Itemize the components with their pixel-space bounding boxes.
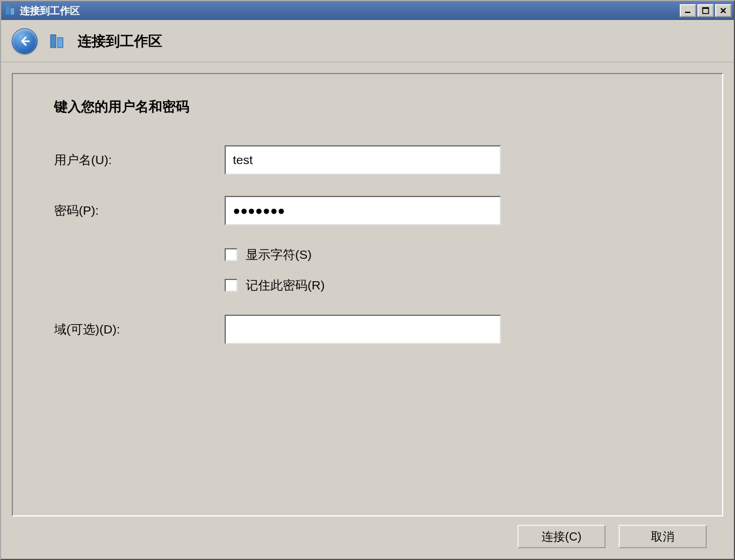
remember-checkbox[interactable] [225,279,238,292]
password-row: 密码(P): [54,196,681,225]
content-area: 键入您的用户名和密码 用户名(U): 密码(P): 显示字符(S) 记住此密码(… [1,62,734,559]
dialog-window: 连接到工作区 连接到工作区 键入您的用户名和密码 用户名(U): [0,0,735,560]
minimize-button[interactable] [680,4,696,17]
instruction-text: 键入您的用户名和密码 [54,98,681,116]
form-panel: 键入您的用户名和密码 用户名(U): 密码(P): 显示字符(S) 记住此密码(… [12,73,723,516]
domain-row: 域(可选)(D): [54,315,681,344]
show-chars-checkbox[interactable] [225,248,238,261]
username-input[interactable] [225,145,501,175]
username-label: 用户名(U): [54,152,225,168]
domain-input[interactable] [225,315,501,344]
connect-button[interactable]: 连接(C) [517,525,606,548]
remember-row: 记住此密码(R) [225,277,681,294]
password-label: 密码(P): [54,202,225,219]
svg-rect-6 [58,38,63,48]
show-chars-row: 显示字符(S) [225,246,681,263]
button-row: 连接(C) 取消 [12,516,723,548]
password-input[interactable] [225,196,501,225]
domain-label: 域(可选)(D): [54,321,225,338]
svg-rect-4 [703,8,709,9]
svg-rect-5 [51,35,56,48]
maximize-button[interactable] [697,4,714,17]
window-title: 连接到工作区 [20,4,680,18]
svg-rect-2 [685,12,690,13]
header-title: 连接到工作区 [78,32,162,51]
titlebar: 连接到工作区 [1,1,734,20]
svg-rect-0 [6,6,9,15]
username-row: 用户名(U): [54,145,681,175]
close-button[interactable] [715,4,731,17]
window-controls [680,4,731,17]
workspace-icon [48,32,67,51]
header-bar: 连接到工作区 [1,20,734,62]
cancel-button[interactable]: 取消 [619,525,707,548]
show-chars-label: 显示字符(S) [246,246,312,263]
svg-rect-1 [11,8,14,15]
back-button[interactable] [12,28,38,54]
app-icon [5,5,16,16]
remember-label: 记住此密码(R) [246,277,325,294]
